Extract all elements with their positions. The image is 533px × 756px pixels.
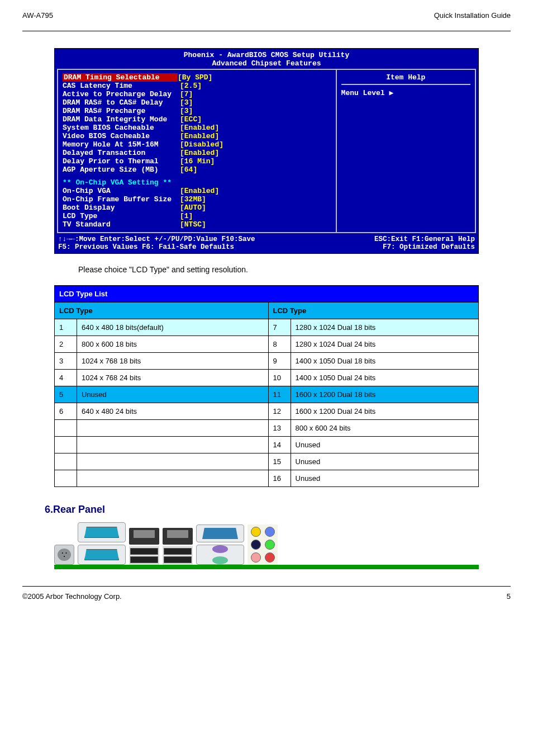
bios-setting-label: Boot Display bbox=[63, 204, 180, 212]
ps2-mouse-icon: ∵ bbox=[54, 545, 74, 565]
bios-setting-value: [Enabled] bbox=[180, 124, 219, 132]
bios-setting-value: [16 Min] bbox=[180, 157, 215, 166]
bios-menu-level: Menu Level ▶ bbox=[341, 88, 470, 97]
table-cell: 1280 x 1024 Dual 18 bits bbox=[291, 319, 478, 336]
table-cell: 11 bbox=[268, 386, 291, 403]
bios-setting-row: TV Standard[NTSC] bbox=[63, 220, 331, 229]
bios-setting-value: [Enabled] bbox=[180, 132, 219, 140]
bios-setting-label: Active to Precharge Delay bbox=[63, 90, 180, 98]
table-cell: 1024 x 768 24 bits bbox=[77, 370, 269, 386]
table-cell: 15 bbox=[268, 453, 291, 470]
bios-setting-row: On-Chip Frame Buffer Size[32MB] bbox=[63, 195, 331, 204]
table-row: 1640 x 480 18 bits(default)71280 x 1024 … bbox=[55, 319, 479, 336]
table-cell: 2 bbox=[55, 336, 77, 353]
bios-foot2-right: F7: Optimized Defaults bbox=[383, 243, 475, 251]
table-head-main: LCD Type List bbox=[55, 286, 479, 303]
table-cell: 1600 x 1200 Dual 18 bits bbox=[291, 386, 478, 403]
table-cell: 8 bbox=[268, 336, 291, 353]
bios-setting-value: [Enabled] bbox=[180, 187, 219, 195]
table-cell: 10 bbox=[268, 370, 291, 386]
table-cell: 5 bbox=[55, 386, 77, 403]
table-cell: 640 x 480 18 bits(default) bbox=[77, 319, 269, 336]
vga-port-icon bbox=[196, 525, 244, 542]
table-cell: 13 bbox=[268, 420, 291, 437]
bios-title-line1: Phoenix - AwardBIOS CMOS Setup Utility bbox=[55, 51, 478, 59]
bios-setting-row: AGP Aperture Size (MB)[64] bbox=[63, 166, 331, 174]
bios-setting-label: AGP Aperture Size (MB) bbox=[63, 166, 180, 174]
table-head-right: LCD Type bbox=[268, 303, 478, 319]
bios-setting-value: [64] bbox=[180, 166, 197, 174]
bios-screenshot: Phoenix - AwardBIOS CMOS Setup Utility A… bbox=[54, 48, 479, 254]
table-cell: 1024 x 768 18 bits bbox=[77, 353, 269, 370]
bios-setting-row: DRAM RAS# to CAS# Delay[3] bbox=[63, 98, 331, 107]
bios-setting-row: Boot Display[AUTO] bbox=[63, 204, 331, 212]
table-cell: 3 bbox=[55, 353, 77, 370]
bios-setting-value: [32MB] bbox=[180, 195, 206, 204]
table-cell: 14 bbox=[268, 437, 291, 453]
bios-setting-label: Delay Prior to Thermal bbox=[63, 157, 180, 166]
table-row: 6640 x 480 24 bits121600 x 1200 Dual 24 … bbox=[55, 403, 479, 420]
rear-panel-heading: 6.Rear Panel bbox=[45, 504, 511, 516]
bios-foot1-left: ↑↓→←:Move Enter:Select +/-/PU/PD:Value F… bbox=[58, 235, 255, 243]
table-cell bbox=[55, 470, 77, 487]
bios-setting-value: [Enabled] bbox=[180, 149, 219, 157]
ps2-pair-icon bbox=[196, 545, 244, 565]
table-cell bbox=[77, 470, 269, 487]
bios-footer: ↑↓→←:Move Enter:Select +/-/PU/PD:Value F… bbox=[55, 233, 478, 253]
audio-jacks-icon bbox=[248, 525, 278, 565]
bios-setting-value: [3] bbox=[180, 107, 193, 115]
bios-setting-label: DRAM RAS# to CAS# Delay bbox=[63, 98, 180, 107]
doc-header-left: AW-A795 bbox=[22, 11, 53, 20]
bios-setting-row: CAS Latency Time[2.5] bbox=[63, 82, 331, 90]
table-row: 15Unused bbox=[55, 453, 479, 470]
table-row: 13800 x 600 24 bits bbox=[55, 420, 479, 437]
table-cell: 9 bbox=[268, 353, 291, 370]
table-cell: 16 bbox=[268, 470, 291, 487]
table-cell: 6 bbox=[55, 403, 77, 420]
bios-setting-label: TV Standard bbox=[63, 220, 180, 229]
table-cell: 1600 x 1200 Dual 24 bits bbox=[291, 403, 478, 420]
bios-setting-label: CAS Latency Time bbox=[63, 82, 180, 90]
doc-footer: ©2005 Arbor Technology Corp. 5 bbox=[22, 592, 511, 601]
bios-setting-label: DRAM Data Integrity Mode bbox=[63, 115, 180, 124]
doc-footer-left: ©2005 Arbor Technology Corp. bbox=[22, 592, 122, 601]
bios-setting-value: [3] bbox=[180, 98, 193, 107]
bios-setting-label: Video BIOS Cacheable bbox=[63, 132, 180, 140]
bios-setting-label: Memory Hole At 15M-16M bbox=[63, 140, 180, 149]
bios-foot1-right: ESC:Exit F1:General Help bbox=[374, 235, 475, 243]
bios-setting-label: System BIOS Cacheable bbox=[63, 124, 180, 132]
bios-setting-row: Memory Hole At 15M-16M[Disabled] bbox=[63, 140, 331, 149]
rear-green-bar bbox=[54, 565, 479, 569]
table-cell: 1400 x 1050 Dual 18 bits bbox=[291, 353, 478, 370]
rear-panel-diagram: ∵ bbox=[54, 520, 479, 569]
bios-foot2-left: F5: Previous Values F6: Fail-Safe Defaul… bbox=[58, 243, 234, 251]
table-cell: Unused bbox=[291, 470, 478, 487]
usb-ports-icon bbox=[129, 546, 159, 565]
table-cell bbox=[77, 453, 269, 470]
table-row: 16Unused bbox=[55, 470, 479, 487]
footer-rule bbox=[22, 586, 511, 587]
bios-setting-row: On-Chip VGA[Enabled] bbox=[63, 187, 331, 195]
bios-setting-label: Delayed Transaction bbox=[63, 149, 180, 157]
table-cell: 1400 x 1050 Dual 24 bits bbox=[291, 370, 478, 386]
bios-setting-value: [By SPD] bbox=[178, 73, 212, 82]
serial-port-icon bbox=[78, 545, 126, 565]
bios-section-heading: ** On-Chip VGA Setting ** bbox=[63, 178, 331, 187]
table-row: 41024 x 768 24 bits101400 x 1050 Dual 24… bbox=[55, 370, 479, 386]
table-cell: 4 bbox=[55, 370, 77, 386]
lcd-type-table-wrap: LCD Type List LCD Type LCD Type 1640 x 4… bbox=[54, 285, 479, 487]
table-cell bbox=[55, 453, 77, 470]
doc-footer-right: 5 bbox=[507, 592, 511, 601]
lcd-type-table: LCD Type List LCD Type LCD Type 1640 x 4… bbox=[54, 285, 479, 487]
table-cell: 800 x 600 18 bits bbox=[77, 336, 269, 353]
usb-ports-icon bbox=[163, 546, 193, 565]
table-cell bbox=[55, 437, 77, 453]
bios-setting-value: [AUTO] bbox=[180, 204, 206, 212]
bios-setting-row: Delayed Transaction[Enabled] bbox=[63, 149, 331, 157]
table-cell: 12 bbox=[268, 403, 291, 420]
table-row: 31024 x 768 18 bits91400 x 1050 Dual 18 … bbox=[55, 353, 479, 370]
table-cell bbox=[77, 420, 269, 437]
table-cell bbox=[55, 420, 77, 437]
table-row: 2800 x 600 18 bits81280 x 1024 Dual 24 b… bbox=[55, 336, 479, 353]
bios-setting-value: [NTSC] bbox=[180, 220, 206, 229]
